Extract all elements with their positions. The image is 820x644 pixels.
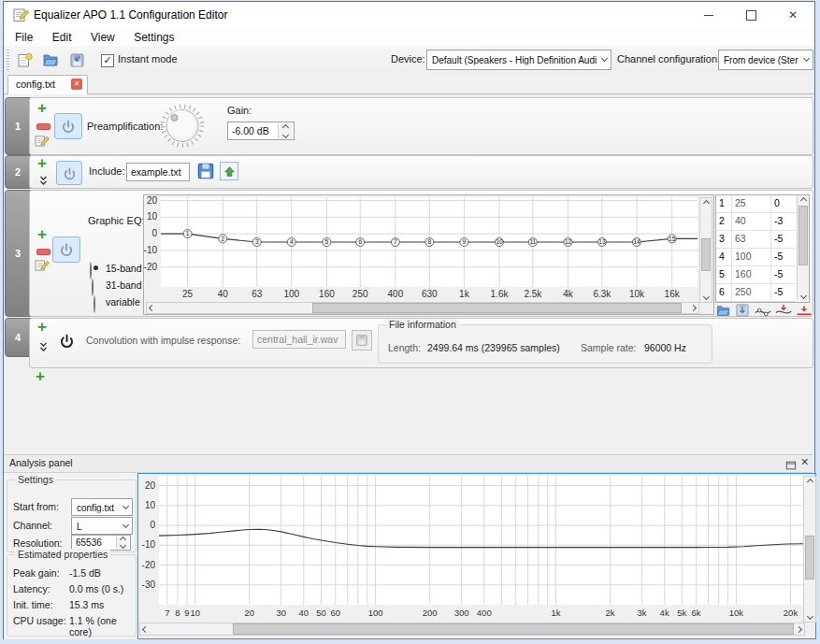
remove-filter-icon[interactable] [36, 249, 50, 255]
row1-power-button[interactable] [54, 113, 82, 139]
scroll-left-icon[interactable] [147, 303, 157, 313]
eq-hscroll-thumb[interactable] [312, 303, 682, 313]
band-freq[interactable]: 25 [732, 195, 771, 212]
open-include-button[interactable] [220, 162, 238, 180]
new-file-button[interactable] [13, 49, 36, 71]
convolution-label: Convolution with impulse response: [86, 335, 240, 346]
analysis-hscrollbar[interactable] [139, 623, 805, 636]
impulse-file-field[interactable]: central_hall_ir.wav [252, 330, 346, 349]
band-gain[interactable]: -5 [771, 284, 796, 301]
chevron-down-icon [122, 522, 129, 528]
band-freq[interactable]: 250 [732, 284, 771, 301]
radio-15-band[interactable] [90, 262, 92, 279]
expand-more-icon[interactable] [39, 173, 48, 190]
length-label: Length: [388, 342, 421, 353]
close-panel-icon[interactable]: ✕ [800, 456, 809, 468]
table-row: 363-5 [716, 231, 796, 249]
file-info-groupbox: File information Length: 2499.64 ms (239… [378, 324, 712, 364]
row2-power-button[interactable] [56, 161, 82, 185]
add-filter-icon[interactable]: + [37, 228, 47, 241]
radio-variable[interactable] [94, 295, 95, 313]
start-from-combo[interactable]: config.txt [71, 498, 133, 516]
band-gain[interactable]: -3 [771, 213, 796, 230]
band-freq[interactable]: 100 [732, 249, 771, 265]
toolbar-drag-handle[interactable] [7, 50, 9, 70]
scroll-up-icon[interactable] [804, 477, 815, 487]
scroll-up-icon[interactable] [700, 198, 712, 208]
menu-settings[interactable]: Settings [126, 29, 181, 46]
save-include-button[interactable] [196, 162, 215, 184]
add-filter-icon[interactable]: + [37, 157, 47, 170]
row4-power-button[interactable] [56, 330, 77, 351]
row2-number-tab[interactable]: 2 [5, 155, 31, 189]
table-vscrollbar[interactable] [797, 195, 809, 300]
band-gain[interactable]: -5 [771, 266, 796, 283]
menu-file[interactable]: File [7, 29, 40, 46]
resolution-value: 65536 [76, 537, 102, 548]
band-freq[interactable]: 63 [732, 231, 771, 248]
maximize-button[interactable] [730, 2, 772, 28]
scroll-left-icon[interactable] [140, 623, 151, 635]
device-combo[interactable]: Default (Speakers - High Definition Audi… [426, 50, 611, 70]
band-freq[interactable]: 40 [732, 213, 771, 230]
instant-mode-checkbox[interactable]: ✓ [101, 54, 114, 67]
eq-band-table[interactable]: 1250 240-3 363-5 4100-5 5160-5 6250-5 [715, 194, 810, 303]
channel-combo[interactable]: L [71, 517, 133, 535]
scroll-right-icon[interactable] [794, 623, 804, 635]
open-file-button[interactable] [39, 49, 62, 71]
gain-spin-buttons[interactable] [278, 123, 293, 138]
edit-filter-icon[interactable] [35, 259, 50, 276]
row3-number-tab[interactable]: 3 [5, 190, 31, 317]
gain-knob[interactable] [157, 104, 208, 151]
menu-view[interactable]: View [83, 29, 122, 46]
channel-config-combo[interactable]: From device (Stereo) [718, 50, 813, 70]
band-gain[interactable]: 0 [771, 195, 796, 212]
table-vscroll-thumb[interactable] [798, 206, 808, 265]
analysis-vscrollbar[interactable] [803, 476, 816, 623]
eq-plot[interactable]: 123456789101112131415 [161, 197, 698, 287]
row1-number-tab[interactable]: 1 [5, 97, 31, 155]
analysis-vscroll-thumb[interactable] [805, 536, 814, 580]
resolution-spin-buttons[interactable] [116, 537, 129, 549]
analysis-x-axis-labels: 7891020304050601002003004001k2k3k4k5k6k1… [159, 607, 803, 620]
row4-number-tab[interactable]: 4 [5, 318, 31, 357]
append-filter-icon[interactable]: + [36, 370, 45, 383]
include-file-field[interactable]: example.txt [126, 163, 190, 181]
minimize-button[interactable] [687, 2, 729, 28]
band-freq[interactable]: 160 [732, 266, 771, 283]
scroll-right-icon[interactable] [688, 303, 698, 313]
gain-spinbox[interactable]: -6.00 dB [227, 122, 295, 140]
tab-config-txt[interactable]: config.txt ✕ [7, 75, 88, 94]
include-file-value: example.txt [131, 166, 181, 178]
app-window: Equalizer APO 1.1 Configuration Editor ✕… [3, 1, 815, 639]
edit-filter-icon[interactable] [35, 135, 50, 151]
channel-label: Channel: [13, 520, 52, 531]
tab-close-icon[interactable]: ✕ [71, 79, 82, 90]
scroll-up-icon[interactable] [798, 195, 809, 205]
analysis-title-bar[interactable]: Analysis panel ✕ [4, 455, 813, 473]
expand-more-icon[interactable] [39, 339, 48, 356]
spin-up-icon [282, 123, 289, 130]
browse-impulse-button[interactable] [352, 330, 372, 351]
remove-filter-icon[interactable] [36, 123, 50, 130]
scroll-down-icon[interactable] [798, 291, 809, 300]
band-gain[interactable]: -5 [771, 249, 796, 265]
add-filter-icon[interactable]: + [37, 102, 47, 115]
include-label: Include: [89, 165, 125, 177]
close-button[interactable]: ✕ [772, 2, 813, 28]
band-gain[interactable]: -5 [771, 231, 796, 248]
analysis-plot [159, 476, 803, 605]
scroll-down-icon[interactable] [804, 611, 815, 622]
eq-vscroll-thumb[interactable] [701, 238, 711, 271]
svg-text:13: 13 [598, 238, 606, 245]
eq-hscrollbar[interactable] [146, 302, 699, 314]
menu-edit[interactable]: Edit [45, 29, 79, 46]
scroll-down-icon[interactable] [700, 292, 712, 302]
save-file-button[interactable] [65, 49, 88, 71]
eq-vscrollbar[interactable] [699, 197, 712, 303]
add-filter-icon[interactable]: + [37, 321, 47, 334]
settings-title: Settings [15, 474, 56, 485]
radio-31-band[interactable] [92, 279, 94, 296]
row3-power-button[interactable] [52, 236, 80, 263]
analysis-hscroll-thumb[interactable] [233, 623, 794, 635]
